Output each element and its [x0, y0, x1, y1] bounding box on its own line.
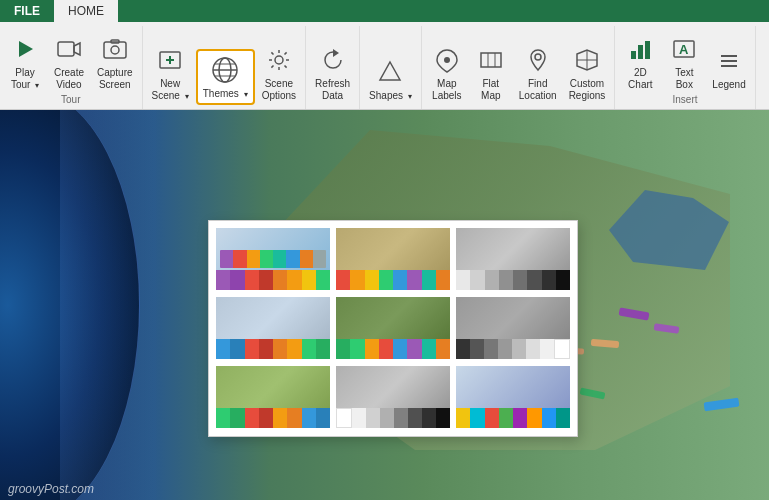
theme-item-3[interactable]: [455, 227, 571, 292]
tour-group-label: Tour: [61, 94, 80, 107]
shapes-icon: [374, 56, 406, 88]
svg-point-21: [535, 54, 541, 60]
play-tour-button[interactable]: PlayTour ▾: [4, 30, 46, 94]
svg-point-17: [444, 57, 450, 63]
scene-buttons: NewScene ▾ Themes ▾: [147, 28, 302, 105]
refresh-data-icon: [317, 44, 349, 76]
find-location-button[interactable]: FindLocation: [514, 41, 562, 105]
ribbon: PlayTour ▾ CreateVideo: [0, 22, 769, 110]
shapes-label: Shapes ▾: [369, 90, 412, 102]
capture-screen-button[interactable]: CaptureScreen: [92, 30, 138, 94]
theme-item-4[interactable]: [215, 296, 331, 361]
data-buttons: RefreshData: [310, 28, 355, 105]
theme-item-5[interactable]: [335, 296, 451, 361]
svg-rect-3: [104, 42, 126, 58]
2d-chart-button[interactable]: 2DChart: [619, 30, 661, 94]
tour-buttons: PlayTour ▾ CreateVideo: [4, 28, 138, 94]
themes-label: Themes ▾: [203, 88, 248, 100]
svg-point-14: [275, 56, 283, 64]
legend-button[interactable]: Legend: [707, 42, 750, 94]
scene-options-icon: [263, 44, 295, 76]
text-box-label: TextBox: [675, 67, 693, 91]
svg-rect-26: [638, 45, 643, 59]
refresh-data-button[interactable]: RefreshData: [310, 41, 355, 105]
capture-screen-icon: [99, 33, 131, 65]
capture-screen-label: CaptureScreen: [97, 67, 133, 91]
svg-rect-18: [481, 53, 501, 67]
theme-item-6[interactable]: [455, 296, 571, 361]
theme-item-8[interactable]: [335, 365, 451, 430]
insert-group-label: Insert: [673, 94, 698, 107]
map-labels-label: MapLabels: [432, 78, 461, 102]
ribbon-group-shapes: Shapes ▾: [360, 26, 422, 109]
flat-map-button[interactable]: FlatMap: [470, 41, 512, 105]
theme-item-7[interactable]: [215, 365, 331, 430]
title-bar: FILE HOME: [0, 0, 769, 22]
insert-buttons: 2DChart A TextBox: [619, 28, 750, 94]
themes-button[interactable]: Themes ▾: [196, 49, 255, 105]
create-video-icon: [53, 33, 85, 65]
theme-item-9[interactable]: [455, 365, 571, 430]
legend-label: Legend: [712, 79, 745, 91]
ribbon-group-data: RefreshData: [306, 26, 360, 109]
2d-chart-label: 2DChart: [628, 67, 652, 91]
custom-regions-label: CustomRegions: [569, 78, 606, 102]
find-location-label: FindLocation: [519, 78, 557, 102]
file-tab[interactable]: FILE: [0, 0, 54, 22]
flat-map-label: FlatMap: [481, 78, 500, 102]
new-scene-label: NewScene ▾: [152, 78, 189, 102]
theme-item-1[interactable]: [215, 227, 331, 292]
svg-marker-15: [333, 49, 339, 57]
text-box-icon: A: [668, 33, 700, 65]
ribbon-group-map: MapLabels FlatMap: [422, 26, 616, 109]
map-area: groovyPost.com: [0, 110, 769, 500]
custom-regions-icon: [571, 44, 603, 76]
themes-icon: [209, 54, 241, 86]
2d-chart-icon: [624, 33, 656, 65]
create-video-label: CreateVideo: [54, 67, 84, 91]
create-video-button[interactable]: CreateVideo: [48, 30, 90, 94]
footer-watermark: groovyPost.com: [0, 478, 102, 500]
scene-options-label: SceneOptions: [262, 78, 296, 102]
shapes-buttons: Shapes ▾: [364, 28, 417, 105]
scene-options-button[interactable]: SceneOptions: [257, 41, 301, 105]
custom-regions-button[interactable]: CustomRegions: [564, 41, 611, 105]
svg-rect-1: [58, 42, 74, 56]
ribbon-group-insert: 2DChart A TextBox: [615, 26, 755, 109]
ribbon-group-tour: PlayTour ▾ CreateVideo: [0, 26, 143, 109]
new-scene-button[interactable]: NewScene ▾: [147, 41, 194, 105]
text-box-button[interactable]: A TextBox: [663, 30, 705, 94]
home-tab[interactable]: HOME: [54, 0, 118, 22]
ribbon-group-scene: NewScene ▾ Themes ▾: [143, 26, 307, 109]
find-location-icon: [522, 44, 554, 76]
svg-rect-25: [631, 51, 636, 59]
svg-text:A: A: [679, 42, 689, 57]
themes-dropdown: [208, 220, 578, 437]
svg-point-4: [111, 46, 119, 54]
legend-icon: [713, 45, 745, 77]
map-labels-icon: [431, 44, 463, 76]
svg-marker-0: [19, 41, 33, 57]
new-scene-icon: [154, 44, 186, 76]
map-labels-button[interactable]: MapLabels: [426, 41, 468, 105]
theme-item-2[interactable]: [335, 227, 451, 292]
svg-marker-16: [380, 62, 400, 80]
play-tour-label: PlayTour ▾: [11, 67, 39, 91]
svg-marker-2: [74, 43, 80, 55]
flat-map-icon: [475, 44, 507, 76]
svg-rect-27: [645, 41, 650, 59]
map-buttons: MapLabels FlatMap: [426, 28, 611, 105]
refresh-data-label: RefreshData: [315, 78, 350, 102]
shapes-button[interactable]: Shapes ▾: [364, 53, 417, 105]
play-tour-icon: [9, 33, 41, 65]
